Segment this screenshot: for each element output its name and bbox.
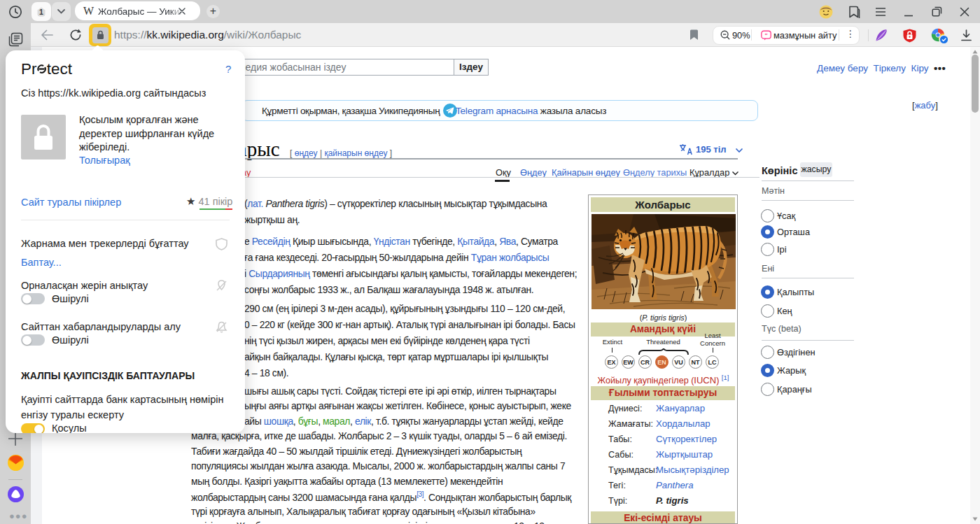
svg-text:1: 1 bbox=[39, 8, 43, 16]
svg-text:“: “ bbox=[764, 32, 767, 38]
